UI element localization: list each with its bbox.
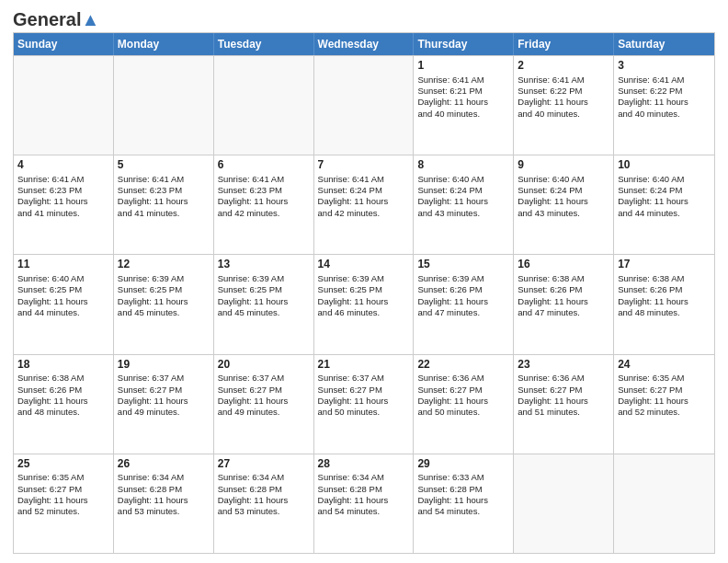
header-wednesday: Wednesday bbox=[314, 33, 415, 55]
cal-cell-w1-d3 bbox=[214, 56, 314, 155]
cal-cell-w3-d7: 17Sunrise: 6:38 AMSunset: 6:26 PMDayligh… bbox=[614, 255, 714, 353]
header-saturday: Saturday bbox=[614, 33, 714, 55]
cal-cell-w2-d4: 7Sunrise: 6:41 AMSunset: 6:24 PMDaylight… bbox=[314, 155, 415, 254]
day-info-line: and 41 minutes. bbox=[17, 208, 109, 219]
day-info-line: Sunrise: 6:39 AM bbox=[218, 273, 310, 284]
cal-cell-w5-d2: 26Sunrise: 6:34 AMSunset: 6:28 PMDayligh… bbox=[114, 454, 214, 553]
day-info-line: Daylight: 11 hours bbox=[118, 396, 210, 407]
day-info-line: and 47 minutes. bbox=[518, 307, 609, 318]
cal-cell-w1-d5: 1Sunrise: 6:41 AMSunset: 6:21 PMDaylight… bbox=[414, 56, 514, 155]
cal-cell-w2-d3: 6Sunrise: 6:41 AMSunset: 6:23 PMDaylight… bbox=[214, 155, 314, 254]
cal-cell-w3-d6: 16Sunrise: 6:38 AMSunset: 6:26 PMDayligh… bbox=[514, 255, 614, 353]
day-info-line: and 54 minutes. bbox=[417, 506, 509, 517]
day-info-line: Sunrise: 6:33 AM bbox=[417, 472, 509, 483]
day-info-line: and 40 minutes. bbox=[618, 109, 711, 120]
day-info-line: Sunrise: 6:41 AM bbox=[17, 174, 109, 185]
day-info-line: Daylight: 11 hours bbox=[118, 495, 210, 506]
day-info-line: and 43 minutes. bbox=[518, 208, 609, 219]
calendar: Sunday Monday Tuesday Wednesday Thursday… bbox=[13, 32, 715, 554]
logo: General▲ bbox=[13, 9, 99, 27]
day-info-line: Daylight: 11 hours bbox=[218, 196, 310, 207]
day-number-23: 23 bbox=[518, 358, 609, 373]
day-info-line: Daylight: 11 hours bbox=[417, 196, 509, 207]
day-number-5: 5 bbox=[118, 158, 210, 173]
cal-cell-w1-d6: 2Sunrise: 6:41 AMSunset: 6:22 PMDaylight… bbox=[514, 56, 614, 155]
day-number-22: 22 bbox=[417, 358, 509, 373]
day-info-line: and 51 minutes. bbox=[518, 407, 609, 418]
day-info-line: and 40 minutes. bbox=[518, 109, 609, 120]
cal-cell-w5-d7 bbox=[614, 454, 714, 553]
day-info-line: Sunset: 6:28 PM bbox=[118, 484, 210, 495]
day-info-line: Daylight: 11 hours bbox=[17, 196, 109, 207]
day-info-line: Daylight: 11 hours bbox=[518, 196, 609, 207]
day-info-line: Sunset: 6:28 PM bbox=[218, 484, 310, 495]
day-info-line: and 45 minutes. bbox=[118, 307, 210, 318]
day-info-line: Sunset: 6:24 PM bbox=[618, 185, 711, 196]
day-number-9: 9 bbox=[518, 158, 609, 173]
day-info-line: Sunset: 6:24 PM bbox=[417, 185, 509, 196]
header-friday: Friday bbox=[514, 33, 614, 55]
day-number-6: 6 bbox=[218, 158, 310, 173]
day-info-line: Sunrise: 6:39 AM bbox=[118, 273, 210, 284]
day-info-line: Sunrise: 6:34 AM bbox=[318, 472, 410, 483]
day-info-line: Sunrise: 6:35 AM bbox=[618, 373, 711, 384]
day-info-line: Daylight: 11 hours bbox=[17, 495, 109, 506]
day-number-11: 11 bbox=[17, 258, 109, 272]
day-info-line: Sunset: 6:25 PM bbox=[218, 284, 310, 295]
day-number-1: 1 bbox=[417, 59, 509, 74]
day-info-line: Sunrise: 6:39 AM bbox=[417, 273, 509, 284]
header: General▲ bbox=[13, 9, 715, 27]
day-info-line: Daylight: 11 hours bbox=[618, 196, 711, 207]
day-info-line: Sunset: 6:27 PM bbox=[318, 385, 410, 396]
day-info-line: Sunset: 6:27 PM bbox=[118, 385, 210, 396]
day-info-line: Sunrise: 6:36 AM bbox=[518, 373, 609, 384]
day-info-line: Daylight: 11 hours bbox=[417, 495, 509, 506]
day-info-line: Daylight: 11 hours bbox=[417, 97, 509, 108]
logo-general-text: General▲ bbox=[13, 9, 99, 30]
day-info-line: Sunset: 6:25 PM bbox=[17, 284, 109, 295]
day-info-line: Sunrise: 6:38 AM bbox=[618, 273, 711, 284]
day-info-line: and 41 minutes. bbox=[118, 208, 210, 219]
day-info-line: Sunrise: 6:41 AM bbox=[118, 174, 210, 185]
day-info-line: Daylight: 11 hours bbox=[17, 396, 109, 407]
day-number-20: 20 bbox=[218, 358, 310, 373]
day-info-line: Sunset: 6:26 PM bbox=[17, 385, 109, 396]
day-info-line: Daylight: 11 hours bbox=[417, 396, 509, 407]
day-info-line: Sunrise: 6:37 AM bbox=[318, 373, 410, 384]
day-number-13: 13 bbox=[218, 258, 310, 272]
day-info-line: and 49 minutes. bbox=[218, 407, 310, 418]
day-number-14: 14 bbox=[318, 258, 410, 272]
cal-cell-w4-d6: 23Sunrise: 6:36 AMSunset: 6:27 PMDayligh… bbox=[514, 355, 614, 454]
day-info-line: and 52 minutes. bbox=[17, 506, 109, 517]
day-number-29: 29 bbox=[417, 457, 509, 472]
day-info-line: Sunrise: 6:41 AM bbox=[618, 75, 711, 86]
cal-cell-w1-d2 bbox=[114, 56, 214, 155]
day-info-line: Sunrise: 6:37 AM bbox=[218, 373, 310, 384]
cal-cell-w3-d4: 14Sunrise: 6:39 AMSunset: 6:25 PMDayligh… bbox=[314, 255, 415, 353]
day-number-7: 7 bbox=[318, 158, 410, 173]
day-info-line: Sunrise: 6:41 AM bbox=[318, 174, 410, 185]
day-number-25: 25 bbox=[17, 457, 109, 472]
day-info-line: Daylight: 11 hours bbox=[518, 97, 609, 108]
day-info-line: Sunset: 6:28 PM bbox=[417, 484, 509, 495]
cal-cell-w2-d7: 10Sunrise: 6:40 AMSunset: 6:24 PMDayligh… bbox=[614, 155, 714, 254]
cal-cell-w3-d2: 12Sunrise: 6:39 AMSunset: 6:25 PMDayligh… bbox=[114, 255, 214, 353]
day-info-line: and 44 minutes. bbox=[618, 208, 711, 219]
day-info-line: Sunset: 6:27 PM bbox=[17, 484, 109, 495]
day-number-17: 17 bbox=[618, 258, 711, 272]
day-info-line: Sunrise: 6:40 AM bbox=[618, 174, 711, 185]
cal-cell-w2-d5: 8Sunrise: 6:40 AMSunset: 6:24 PMDaylight… bbox=[414, 155, 514, 254]
week-row-2: 4Sunrise: 6:41 AMSunset: 6:23 PMDaylight… bbox=[14, 155, 714, 254]
day-info-line: Sunrise: 6:41 AM bbox=[417, 75, 509, 86]
day-info-line: Sunrise: 6:41 AM bbox=[218, 174, 310, 185]
day-info-line: and 47 minutes. bbox=[417, 307, 509, 318]
day-info-line: Daylight: 11 hours bbox=[318, 196, 410, 207]
day-info-line: Sunrise: 6:40 AM bbox=[417, 174, 509, 185]
day-info-line: Daylight: 11 hours bbox=[218, 296, 310, 307]
day-info-line: and 46 minutes. bbox=[318, 307, 410, 318]
day-info-line: Sunset: 6:26 PM bbox=[417, 284, 509, 295]
day-info-line: Sunset: 6:27 PM bbox=[518, 385, 609, 396]
day-number-19: 19 bbox=[118, 358, 210, 373]
day-info-line: Sunrise: 6:38 AM bbox=[518, 273, 609, 284]
day-info-line: Sunset: 6:21 PM bbox=[417, 86, 509, 97]
